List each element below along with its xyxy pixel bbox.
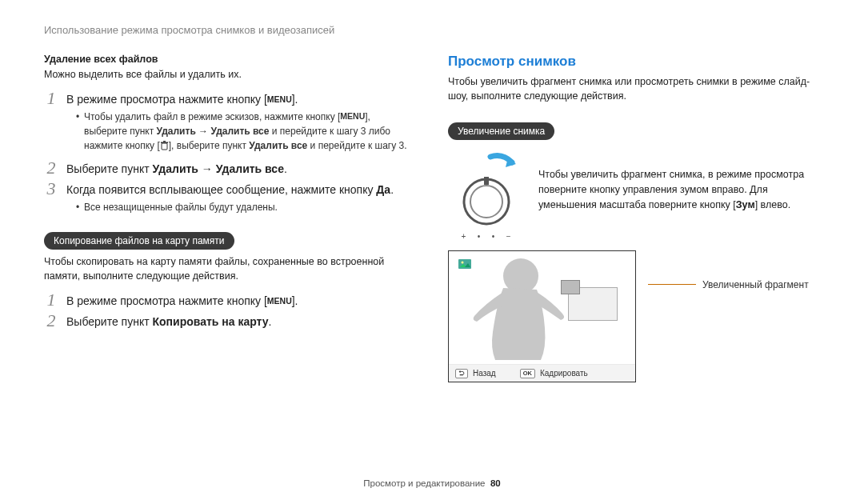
back-key-icon: ⮌ (455, 369, 468, 378)
delete-all-title: Удаление всех файлов (44, 54, 416, 65)
callout-label: Увеличенный фрагмент (702, 279, 809, 290)
step-number: 1 (44, 291, 58, 309)
step-number: 3 (44, 180, 58, 198)
trash-icon (160, 141, 169, 150)
copy-step-2: 2 Выберите пункт Копировать на карту. (44, 312, 416, 330)
page-footer: Просмотр и редактирование 80 (0, 478, 864, 488)
step-number: 2 (44, 312, 58, 330)
step-3: 3 Когда появится всплывающее сообщение, … (44, 180, 416, 198)
nav-rect (568, 287, 618, 321)
svg-point-7 (462, 262, 464, 264)
copy-step-1: 1 В режиме просмотра нажмите кнопку [MEN… (44, 291, 416, 309)
svg-rect-2 (163, 141, 166, 142)
ok-key-icon: OK (520, 369, 535, 378)
step-2: 2 Выберите пункт Удалить → Удалить все. (44, 159, 416, 177)
menu-label: MENU (267, 94, 292, 104)
step-1: 1 В режиме просмотра нажмите кнопку [MEN… (44, 90, 416, 107)
zoom-pill: Увеличение снимка (448, 122, 554, 140)
copy-intro: Чтобы скопировать на карту памяти файлы,… (44, 254, 416, 283)
child-silhouette (465, 256, 569, 364)
zoom-dial-block: + • • − (448, 153, 524, 241)
view-heading: Просмотр снимков (448, 54, 820, 70)
left-column: Удаление всех файлов Можно выделить все … (44, 54, 416, 382)
svg-rect-1 (161, 142, 168, 144)
step1-bullet: Чтобы удалить файл в режиме эскизов, наж… (76, 110, 416, 153)
zoom-desc: Чтобы увеличить фрагмент снимка, в режим… (538, 153, 820, 212)
nav-inner-rect (561, 280, 580, 294)
svg-rect-5 (484, 177, 489, 185)
step-number: 2 (44, 159, 58, 177)
preview-display: ⮌ Назад OK Кадрировать (448, 250, 636, 382)
delete-all-desc: Можно выделить все файлы и удалить их. (44, 67, 416, 82)
arrow-icon (486, 153, 518, 177)
callout-line (648, 284, 696, 285)
svg-point-4 (470, 186, 502, 218)
view-intro: Чтобы увеличить фрагмент снимка или прос… (448, 74, 820, 103)
breadcrumb: Использование режима просмотра снимков и… (44, 24, 820, 36)
step-number: 1 (44, 90, 58, 107)
step3-bullet: Все незащищенные файлы будут удалены. (76, 200, 416, 214)
dial-icon (462, 177, 511, 226)
copy-pill: Копирование файлов на карту памяти (44, 232, 234, 250)
svg-rect-0 (162, 143, 167, 150)
preview-footer: ⮌ Назад OK Кадрировать (449, 364, 635, 382)
right-column: Просмотр снимков Чтобы увеличить фрагмен… (448, 54, 820, 382)
callout: Увеличенный фрагмент (648, 279, 809, 290)
